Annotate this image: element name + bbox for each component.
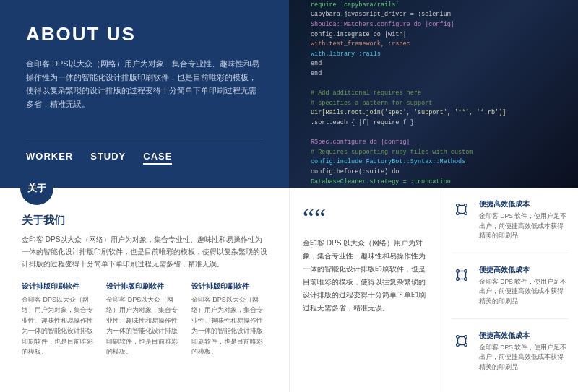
feature-card: 便捷高效低成本 金印客 DPS 软件，使用户足不出户，前便捷高效低成本获得精美的… xyxy=(452,199,568,241)
feature-card-desc: 金印客 DPS 软件，使用户足不出户，前便捷高效低成本获得精美的印刷品 xyxy=(479,212,568,241)
bottom-left-panel: 关于 关于我们 金印客 DPS以大众（网络）用户为对象，集合专业性、趣味性和易操… xyxy=(0,188,289,392)
feature-card-content: 便捷高效低成本 金印客 DPS 软件，使用户足不出户，前便捷高效低成本获得精美的… xyxy=(479,331,568,373)
code-line: # specifies a pattern for support xyxy=(311,99,556,109)
feature-card: 便捷高效低成本 金印客 DPS 软件，使用户足不出户，前便捷高效低成本获得精美的… xyxy=(452,265,568,307)
top-left-panel: ABOUT US 金印客 DPS以大众（网络）用户为对象，集合专业性、趣味性和易… xyxy=(0,0,289,188)
bottom-middle-panel: ““ 金印客 DPS 以大众（网络）用户为对象，集合专业性、趣味性和易操作性为一… xyxy=(289,188,441,392)
code-line: Shoulda::Matchers.configure do |config| xyxy=(311,20,556,30)
code-background: // Prevent duplicate installabort('The R… xyxy=(289,0,578,188)
page-wrapper: ABOUT US 金印客 DPS以大众（网络）用户为对象，集合专业性、趣味性和易… xyxy=(0,0,578,392)
feature-title: 设计排版印刷软件 xyxy=(191,282,267,292)
svg-point-1 xyxy=(465,204,467,207)
feature-card-icon xyxy=(452,331,472,351)
code-line: config.integrate do |with| xyxy=(311,30,556,40)
about-badge: 关于 xyxy=(20,172,53,205)
code-line: with.library :rails xyxy=(311,50,556,60)
card-divider xyxy=(452,318,568,319)
card-divider xyxy=(452,253,568,253)
code-display: // Prevent duplicate installabort('The R… xyxy=(303,0,564,188)
quote-text: 金印客 DPS 以大众（网络）用户为对象，集合专业性、趣味性和易操作性为一体的智… xyxy=(303,237,428,315)
code-line: Capybara.javascript_driver = :selenium xyxy=(311,10,556,20)
code-line xyxy=(311,79,556,90)
code-line: require 'capybara/rails' xyxy=(311,1,556,11)
about-us-title: ABOUT US xyxy=(26,23,263,45)
feature-card-content: 便捷高效低成本 金印客 DPS 软件，使用户足不出户，前便捷高效低成本获得精美的… xyxy=(479,265,568,307)
code-line: RSpec.configure do |config| xyxy=(311,138,556,148)
code-line: with.test_framework, :rspec xyxy=(311,40,556,50)
feature-desc: 金印客 DPS以大众（网络）用户为对象，集合专业性、趣味性和易操作性为一体的智能… xyxy=(106,295,182,357)
code-line: config.before(:suite) do xyxy=(311,167,556,178)
nav-links: WORKER STUDY CASE xyxy=(26,139,263,165)
svg-point-16 xyxy=(457,335,460,338)
svg-point-0 xyxy=(457,204,460,207)
features-row: 设计排版印刷软件 金印客 DPS以大众（网络）用户为对象，集合专业性、趣味性和易… xyxy=(22,282,267,357)
feature-card: 便捷高效低成本 金印客 DPS 软件，使用户足不出户，前便捷高效低成本获得精美的… xyxy=(452,331,568,373)
code-line: # Add additional requires here xyxy=(311,89,556,99)
nav-study[interactable]: STUDY xyxy=(90,151,126,165)
code-line: config.include FactoryBot::Syntax::Metho… xyxy=(311,157,556,167)
feature-card-icon xyxy=(452,265,472,285)
svg-point-11 xyxy=(465,277,467,280)
about-section-title: 关于我们 xyxy=(22,214,267,227)
feature-title: 设计排版印刷软件 xyxy=(106,282,182,292)
code-line: end xyxy=(311,69,556,79)
feature-card-title: 便捷高效低成本 xyxy=(479,331,568,341)
feature-title: 设计排版印刷软件 xyxy=(22,282,98,292)
code-line: end xyxy=(311,59,556,69)
feature-desc: 金印客 DPS以大众（网络）用户为对象，集合专业性、趣味性和易操作性为一体的智能… xyxy=(22,295,98,357)
code-line: .sort.each { |f| require f } xyxy=(311,118,556,129)
code-line: # Requires supporting ruby files with cu… xyxy=(311,148,556,158)
code-line: Dir[Rails.root.join('spec', 'support', '… xyxy=(311,108,556,118)
code-line: DatabaseCleaner.strategy = :truncation xyxy=(311,178,556,188)
code-line xyxy=(311,129,556,139)
nav-case[interactable]: CASE xyxy=(143,151,172,165)
bottom-section: 关于 关于我们 金印客 DPS以大众（网络）用户为对象，集合专业性、趣味性和易操… xyxy=(0,188,578,392)
svg-point-17 xyxy=(465,335,467,338)
code-image-panel: // Prevent duplicate installabort('The R… xyxy=(289,0,578,188)
svg-point-3 xyxy=(465,212,467,215)
svg-point-18 xyxy=(457,343,460,346)
feature-item: 设计排版印刷软件 金印客 DPS以大众（网络）用户为对象，集合专业性、趣味性和易… xyxy=(191,282,267,357)
about-section-desc: 金印客 DPS以大众（网络）用户为对象，集合专业性、趣味性和易操作性为一体的智能… xyxy=(22,233,267,270)
svg-point-10 xyxy=(457,277,460,280)
feature-card-desc: 金印客 DPS 软件，使用户足不出户，前便捷高效低成本获得精美的印刷品 xyxy=(479,277,568,307)
svg-point-2 xyxy=(457,212,460,215)
feature-card-content: 便捷高效低成本 金印客 DPS 软件，使用户足不出户，前便捷高效低成本获得精美的… xyxy=(479,199,568,241)
feature-desc: 金印客 DPS以大众（网络）用户为对象，集合专业性、趣味性和易操作性为一体的智能… xyxy=(191,295,267,357)
top-section: ABOUT US 金印客 DPS以大众（网络）用户为对象，集合专业性、趣味性和易… xyxy=(0,0,578,188)
quote-mark: ““ xyxy=(303,205,428,231)
feature-card-title: 便捷高效低成本 xyxy=(479,199,568,209)
nav-worker[interactable]: WORKER xyxy=(26,151,73,165)
bottom-right-panel: 便捷高效低成本 金印客 DPS 软件，使用户足不出户，前便捷高效低成本获得精美的… xyxy=(441,188,578,392)
code-line: end xyxy=(311,187,556,188)
feature-card-icon xyxy=(452,199,472,219)
svg-point-8 xyxy=(457,269,460,272)
about-us-description: 金印客 DPS以大众（网络）用户为对象，集合专业性、趣味性和易操作性为一体的智能… xyxy=(26,57,263,111)
svg-point-9 xyxy=(465,269,467,272)
feature-item: 设计排版印刷软件 金印客 DPS以大众（网络）用户为对象，集合专业性、趣味性和易… xyxy=(106,282,182,357)
feature-item: 设计排版印刷软件 金印客 DPS以大众（网络）用户为对象，集合专业性、趣味性和易… xyxy=(22,282,98,357)
feature-card-title: 便捷高效低成本 xyxy=(479,265,568,275)
feature-card-desc: 金印客 DPS 软件，使用户足不出户，前便捷高效低成本获得精美的印刷品 xyxy=(479,343,568,373)
svg-point-19 xyxy=(465,343,467,346)
